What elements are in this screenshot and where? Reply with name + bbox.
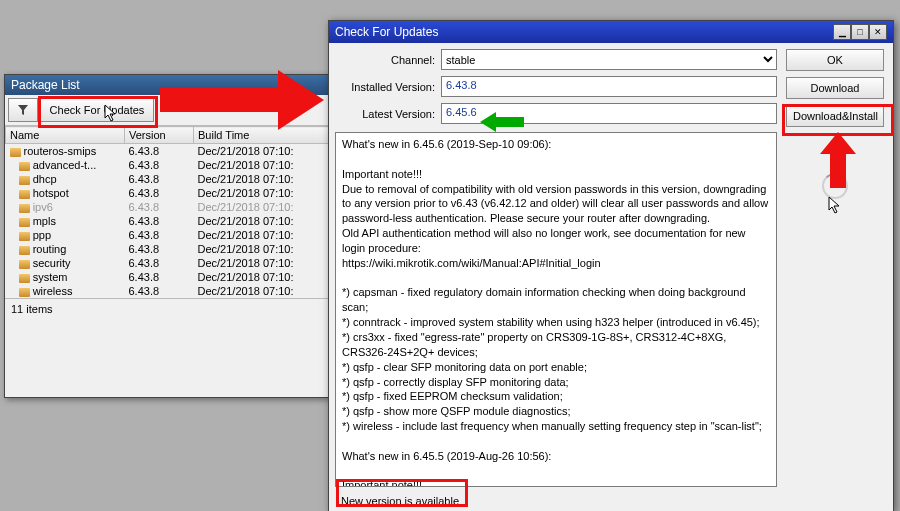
- cell-name: routing: [6, 242, 125, 256]
- package-icon: [19, 204, 30, 213]
- channel-label: Channel:: [335, 54, 435, 66]
- cell-name: mpls: [6, 214, 125, 228]
- cell-name: wireless: [6, 284, 125, 298]
- cell-name: advanced-t...: [6, 158, 125, 172]
- table-row[interactable]: ipv66.43.8Dec/21/2018 07:10:: [6, 200, 329, 214]
- package-icon: [19, 246, 30, 255]
- cell-buildtime: Dec/21/2018 07:10:: [194, 200, 329, 214]
- check-updates-window: Check For Updates ▁ □ ✕ Channel: stable …: [328, 20, 894, 511]
- cell-version: 6.43.8: [125, 144, 194, 159]
- download-button[interactable]: Download: [786, 77, 884, 99]
- close-button[interactable]: ✕: [869, 24, 887, 40]
- package-icon: [19, 162, 30, 171]
- package-icon: [19, 176, 30, 185]
- table-row[interactable]: ppp6.43.8Dec/21/2018 07:10:: [6, 228, 329, 242]
- cell-name: hotspot: [6, 186, 125, 200]
- package-list-title: Package List: [11, 78, 80, 92]
- table-row[interactable]: mpls6.43.8Dec/21/2018 07:10:: [6, 214, 329, 228]
- ok-button[interactable]: OK: [786, 49, 884, 71]
- check-for-updates-button[interactable]: Check For Updates: [40, 98, 154, 122]
- cell-version: 6.43.8: [125, 228, 194, 242]
- cell-version: 6.43.8: [125, 186, 194, 200]
- cell-buildtime: Dec/21/2018 07:10:: [194, 172, 329, 186]
- channel-select[interactable]: stable: [441, 49, 777, 70]
- check-updates-title: Check For Updates: [335, 25, 438, 39]
- cell-name: security: [6, 256, 125, 270]
- table-row[interactable]: dhcp6.43.8Dec/21/2018 07:10:: [6, 172, 329, 186]
- cell-version: 6.43.8: [125, 200, 194, 214]
- minimize-button[interactable]: ▁: [833, 24, 851, 40]
- arrow-to-updates-window: [160, 70, 330, 130]
- table-row[interactable]: wireless6.43.8Dec/21/2018 07:10:: [6, 284, 329, 298]
- package-table: Name Version Build Time routeros-smips6.…: [5, 126, 329, 298]
- cell-name: ppp: [6, 228, 125, 242]
- table-row[interactable]: security6.43.8Dec/21/2018 07:10:: [6, 256, 329, 270]
- cell-buildtime: Dec/21/2018 07:10:: [194, 284, 329, 298]
- package-icon: [19, 218, 30, 227]
- cell-name: ipv6: [6, 200, 125, 214]
- cell-buildtime: Dec/21/2018 07:10:: [194, 214, 329, 228]
- installed-version-label: Installed Version:: [335, 81, 435, 93]
- cell-version: 6.43.8: [125, 158, 194, 172]
- cell-buildtime: Dec/21/2018 07:10:: [194, 256, 329, 270]
- package-list-status: 11 items: [5, 298, 329, 319]
- cell-buildtime: Dec/21/2018 07:10:: [194, 186, 329, 200]
- window-buttons: ▁ □ ✕: [833, 24, 887, 40]
- package-icon: [19, 260, 30, 269]
- cell-version: 6.43.8: [125, 256, 194, 270]
- cell-version: 6.43.8: [125, 172, 194, 186]
- package-icon: [10, 148, 21, 157]
- filter-button[interactable]: [8, 98, 38, 122]
- package-icon: [19, 288, 30, 297]
- funnel-icon: [18, 105, 28, 115]
- cell-buildtime: Dec/21/2018 07:10:: [194, 144, 329, 159]
- cell-version: 6.43.8: [125, 214, 194, 228]
- update-status: New version is available: [335, 491, 777, 511]
- table-row[interactable]: routeros-smips6.43.8Dec/21/2018 07:10:: [6, 144, 329, 159]
- table-row[interactable]: advanced-t...6.43.8Dec/21/2018 07:10:: [6, 158, 329, 172]
- latest-version-label: Latest Version:: [335, 108, 435, 120]
- package-icon: [19, 274, 30, 283]
- arrow-latest-version: [480, 112, 524, 134]
- check-for-updates-label: Check For Updates: [50, 104, 145, 116]
- package-icon: [19, 190, 30, 199]
- cell-name: system: [6, 270, 125, 284]
- table-row[interactable]: routing6.43.8Dec/21/2018 07:10:: [6, 242, 329, 256]
- download-install-button[interactable]: Download&Install: [786, 105, 884, 127]
- cell-version: 6.43.8: [125, 284, 194, 298]
- arrow-to-download-install: [820, 132, 856, 190]
- cell-version: 6.43.8: [125, 270, 194, 284]
- cell-name: routeros-smips: [6, 144, 125, 159]
- cell-buildtime: Dec/21/2018 07:10:: [194, 228, 329, 242]
- table-row[interactable]: hotspot6.43.8Dec/21/2018 07:10:: [6, 186, 329, 200]
- changelog-textarea[interactable]: What's new in 6.45.6 (2019-Sep-10 09:06)…: [335, 132, 777, 487]
- col-name[interactable]: Name: [6, 127, 125, 144]
- cell-buildtime: Dec/21/2018 07:10:: [194, 158, 329, 172]
- cell-buildtime: Dec/21/2018 07:10:: [194, 242, 329, 256]
- installed-version-value: 6.43.8: [441, 76, 777, 97]
- check-updates-titlebar[interactable]: Check For Updates ▁ □ ✕: [329, 21, 893, 43]
- cell-buildtime: Dec/21/2018 07:10:: [194, 270, 329, 284]
- maximize-button[interactable]: □: [851, 24, 869, 40]
- package-icon: [19, 232, 30, 241]
- table-row[interactable]: system6.43.8Dec/21/2018 07:10:: [6, 270, 329, 284]
- cell-version: 6.43.8: [125, 242, 194, 256]
- cell-name: dhcp: [6, 172, 125, 186]
